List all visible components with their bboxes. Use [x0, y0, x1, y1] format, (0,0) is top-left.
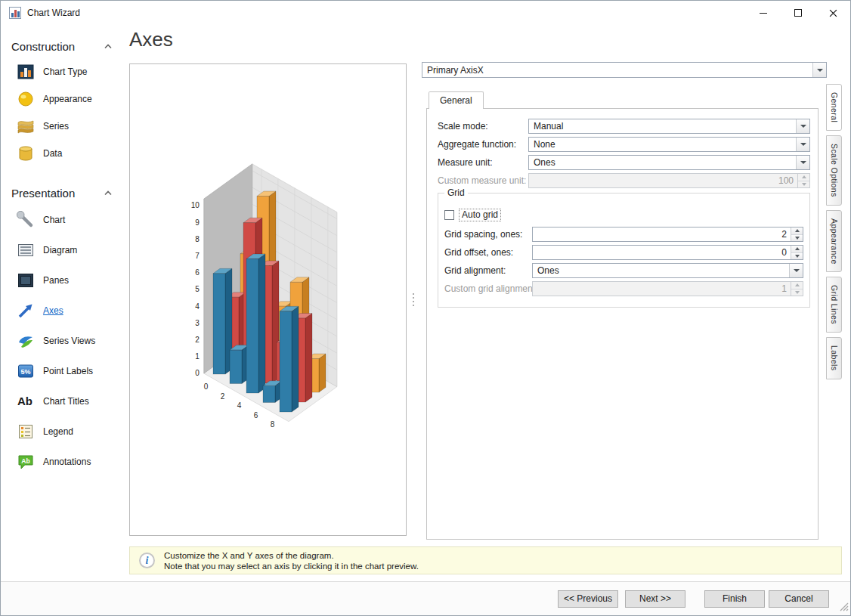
- svg-text:2: 2: [195, 336, 200, 344]
- scale-mode-label: Scale mode:: [438, 121, 528, 132]
- spin-up-icon: [791, 282, 803, 289]
- close-button[interactable]: [815, 1, 850, 25]
- app-icon: [9, 7, 21, 19]
- dropdown-arrow-icon[interactable]: [796, 119, 809, 133]
- sidebar-item-series[interactable]: Series: [1, 113, 125, 140]
- resize-grip-icon[interactable]: [838, 601, 849, 614]
- previous-button[interactable]: << Previous: [558, 590, 618, 608]
- custom-grid-alignment-spinner: 1: [532, 281, 803, 296]
- measure-unit-combo[interactable]: Ones: [528, 155, 810, 170]
- svg-text:5: 5: [195, 285, 200, 293]
- spin-up-icon[interactable]: [791, 246, 803, 252]
- sidebar-group-presentation[interactable]: Presentation: [1, 181, 125, 205]
- scale-mode-combo[interactable]: Manual: [528, 119, 810, 134]
- auto-grid-checkbox[interactable]: [444, 210, 454, 220]
- aggregate-function-row: Aggregate function: None: [438, 137, 810, 152]
- grid-spacing-spinner[interactable]: 2: [532, 227, 803, 242]
- svg-text:4: 4: [195, 302, 200, 311]
- sidebar-item-axes[interactable]: Axes: [1, 296, 125, 326]
- measure-unit-row: Measure unit: Ones: [438, 155, 810, 170]
- sidebar-item-point-labels[interactable]: 5% Point Labels: [1, 356, 125, 386]
- close-icon: [829, 9, 837, 17]
- minimize-icon: [760, 13, 767, 14]
- sidebar-item-panes[interactable]: Panes: [1, 265, 125, 296]
- maximize-button[interactable]: [781, 1, 815, 25]
- spin-up-icon[interactable]: [791, 228, 803, 234]
- sidebar-item-label: Series: [43, 121, 69, 132]
- finish-button[interactable]: Finish: [704, 590, 765, 608]
- side-tab-general[interactable]: General: [826, 84, 842, 131]
- grid-offset-spinner[interactable]: 0: [532, 245, 803, 260]
- info-bar: i Customize the X and Y axes of the diag…: [129, 546, 842, 574]
- chart-preview-panel: 01234567891002468: [129, 63, 407, 536]
- chevron-up-icon: [104, 43, 113, 49]
- cancel-button[interactable]: Cancel: [769, 590, 829, 608]
- grid-alignment-label: Grid alignment:: [444, 265, 532, 276]
- sidebar-item-label: Diagram: [43, 245, 77, 255]
- sidebar-item-chart[interactable]: Chart: [1, 205, 125, 235]
- info-icon: i: [139, 553, 155, 568]
- point-labels-icon: 5%: [16, 361, 36, 381]
- sidebar-item-label: Legend: [43, 426, 73, 437]
- dropdown-arrow-icon[interactable]: [796, 156, 809, 169]
- sidebar-item-label: Point Labels: [43, 366, 93, 376]
- series-icon: [16, 116, 36, 136]
- sidebar-item-label: Panes: [43, 275, 69, 286]
- sidebar-group-construction[interactable]: Construction: [1, 34, 125, 58]
- sidebar-item-diagram[interactable]: Diagram: [1, 235, 125, 265]
- spin-down-icon[interactable]: [791, 234, 803, 242]
- dropdown-arrow-icon[interactable]: [789, 264, 803, 277]
- sidebar-item-annotations[interactable]: Ab Annotations: [1, 447, 125, 477]
- scale-mode-row: Scale mode: Manual: [438, 119, 810, 134]
- axis-selector-combo[interactable]: Primary AxisX: [422, 62, 827, 78]
- svg-text:6: 6: [254, 411, 258, 419]
- footer: << Previous Next >> Finish Cancel: [1, 581, 850, 615]
- sidebar-item-data[interactable]: Data: [1, 140, 125, 167]
- sidebar: Construction Chart Type Appearance Se: [1, 25, 125, 580]
- svg-text:2: 2: [221, 392, 225, 401]
- dropdown-arrow-icon[interactable]: [812, 63, 826, 77]
- spin-down-icon: [798, 181, 809, 188]
- sidebar-item-label: Series Views: [43, 336, 95, 346]
- side-tab-labels[interactable]: Labels: [826, 337, 842, 379]
- series-views-icon: [16, 331, 36, 351]
- svg-text:0: 0: [195, 369, 200, 377]
- dropdown-arrow-icon[interactable]: [796, 138, 809, 151]
- aggregate-function-combo[interactable]: None: [528, 137, 810, 152]
- general-tab-page: Scale mode: Manual Aggregate function: N…: [426, 108, 819, 540]
- chart-preview[interactable]: 01234567891002468: [130, 64, 406, 535]
- tab-general[interactable]: General: [429, 91, 484, 109]
- side-tab-appearance[interactable]: Appearance: [826, 210, 842, 273]
- auto-grid-label[interactable]: Auto grid: [459, 209, 501, 221]
- sidebar-item-legend[interactable]: Legend: [1, 416, 125, 447]
- grid-group-label: Grid: [444, 187, 468, 198]
- grid-alignment-combo[interactable]: Ones: [532, 263, 803, 278]
- spin-down-icon[interactable]: [791, 252, 803, 260]
- side-tab-scale-options[interactable]: Scale Options: [826, 135, 842, 206]
- sidebar-item-chart-titles[interactable]: Ab Chart Titles: [1, 386, 125, 416]
- splitter[interactable]: [408, 63, 419, 536]
- sidebar-item-label: Chart: [43, 215, 65, 225]
- svg-text:Ab: Ab: [21, 457, 29, 465]
- custom-measure-unit-label: Custom measure unit:: [438, 175, 528, 186]
- appearance-icon: [16, 89, 36, 109]
- svg-text:5%: 5%: [20, 368, 30, 376]
- axes-icon: [16, 301, 36, 320]
- custom-grid-alignment-row: Custom grid alignment: 1: [444, 281, 803, 296]
- custom-grid-alignment-label: Custom grid alignment:: [444, 283, 532, 294]
- sidebar-item-chart-type[interactable]: Chart Type: [1, 58, 125, 85]
- data-icon: [16, 144, 36, 163]
- next-button[interactable]: Next >>: [625, 590, 685, 608]
- svg-text:8: 8: [271, 420, 275, 429]
- custom-measure-unit-spinner: 100: [528, 173, 810, 188]
- sidebar-item-appearance[interactable]: Appearance: [1, 85, 125, 113]
- svg-text:3: 3: [195, 319, 200, 327]
- grid-spacing-label: Grid spacing, ones:: [444, 229, 532, 240]
- svg-text:1: 1: [195, 352, 200, 361]
- sidebar-item-series-views[interactable]: Series Views: [1, 326, 125, 356]
- page-title: Axes: [129, 28, 173, 51]
- axis-selector-value: Primary AxisX: [422, 63, 812, 77]
- side-tab-grid-lines[interactable]: Grid Lines: [826, 277, 842, 333]
- minimize-button[interactable]: [746, 1, 781, 25]
- legend-icon: [16, 422, 36, 441]
